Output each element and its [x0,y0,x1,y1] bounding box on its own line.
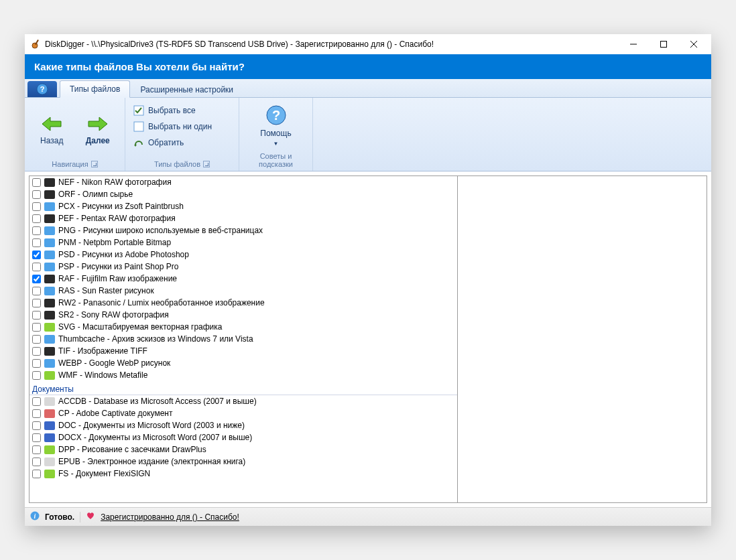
filetype-checkbox[interactable] [32,335,41,344]
filetype-checkbox[interactable] [32,190,41,199]
filetype-label: WMF - Windows Metafile [58,370,147,380]
filetype-row[interactable]: DPP - Рисование с засечками DrawPlus [29,443,457,456]
filetype-checkbox[interactable] [32,409,41,418]
filetype-checkbox[interactable] [32,287,41,295]
filetype-label: PNG - Рисунки широко используемые в веб-… [58,225,263,236]
filetype-checkbox[interactable] [32,445,41,454]
filetype-row[interactable]: Thumbcache - Архив эскизов из Windows 7 … [29,333,457,345]
app-window: DiskDigger - \\.\PhysicalDrive3 (TS-RDF5… [25,34,711,526]
filetype-checkbox[interactable] [32,371,41,380]
svg-text:?: ? [40,85,45,93]
back-label: Назад [40,136,63,145]
filetype-row[interactable]: TIF - Изображение TIFF [29,345,457,357]
select-none-icon [133,121,144,132]
filetype-row[interactable]: RAS - Sun Raster рисунок [29,285,457,297]
filetype-icon [44,409,55,418]
filetype-row[interactable]: PNG - Рисунки широко используемые в веб-… [29,224,457,236]
filetype-row[interactable]: WMF - Windows Metafile [29,369,457,381]
filetype-checkbox[interactable] [32,311,41,320]
filetype-checkbox[interactable] [32,238,41,247]
filetype-row[interactable]: WEBP - Google WebP рисунок [29,357,457,369]
filetype-row[interactable]: SVG - Масштабируемая векторная графика [29,321,457,333]
group-navigation: Назад Далее Навигация [25,98,125,171]
filetype-checkbox[interactable] [32,433,41,442]
select-none-button[interactable]: Выбрать ни один [129,119,216,134]
svg-rect-11 [134,122,143,131]
filetype-label: RW2 - Panasonic / Lumix необработанное и… [58,297,265,308]
filetype-checkbox[interactable] [32,347,41,356]
filetype-row[interactable]: RW2 - Panasonic / Lumix необработанное и… [29,297,457,309]
filetype-row[interactable]: DOCX - Документы из Microsoft Word (2007… [29,431,457,443]
svg-marker-8 [42,117,61,131]
filetype-checkbox[interactable] [32,202,41,211]
select-none-label: Выбрать ни один [148,122,212,131]
maximize-button[interactable] [648,34,678,54]
group-selection: Выбрать все Выбрать ни один Обратить Тип… [125,98,239,171]
filetype-row[interactable]: PCX - Рисунки из Zsoft Paintbrush [29,200,457,212]
filetype-row[interactable]: RAF - Fujifilm Raw изображение [29,273,457,285]
filetype-icon [44,190,55,199]
next-label: Далее [86,136,110,145]
dialog-launcher-icon[interactable] [91,161,98,167]
file-types-list[interactable]: NEF - Nikon RAW фотографияORF - Олимп сы… [29,176,458,503]
filetype-checkbox[interactable] [32,421,41,430]
filetype-row[interactable]: PNM - Netpbm Portable Bitmap [29,236,457,249]
back-button[interactable]: Назад [32,111,72,149]
registration-link[interactable]: Зарегистрированно для () - Спасибо! [101,512,239,522]
filetype-row[interactable]: FS - Документ FlexiSIGN [29,468,457,480]
filetype-label: CP - Adobe Captivate документ [58,408,173,419]
status-ready: Готово. [45,512,74,522]
filetype-checkbox[interactable] [32,397,41,406]
filetype-row[interactable]: NEF - Nikon RAW фотография [29,176,457,188]
minimize-button[interactable] [618,34,648,54]
filetype-checkbox[interactable] [32,178,41,187]
filetype-row[interactable]: SR2 - Sony RAW фотография [29,309,457,321]
group-nav-label: Навигация [52,160,88,168]
help-button[interactable]: ? Помощь ▼ [256,100,296,151]
chevron-down-icon: ▼ [273,141,279,147]
filetype-icon [44,470,55,478]
ribbon-tabstrip: ? Типы файлов Расширенные настройки [25,79,711,98]
filetype-row[interactable]: CP - Adobe Captivate документ [29,407,457,419]
group-sel-label: Типы файлов [154,160,200,168]
next-button[interactable]: Далее [78,111,118,149]
filetype-checkbox[interactable] [32,299,41,307]
close-button[interactable] [678,34,709,54]
filetype-row[interactable]: ACCDB - Database из Microsoft Access (20… [29,395,457,407]
filetype-row[interactable]: PSP - Рисунки из Paint Shop Pro [29,261,457,273]
filetype-checkbox[interactable] [32,226,41,235]
filetype-label: RAF - Fujifilm Raw изображение [58,273,177,284]
filetype-checkbox[interactable] [32,214,41,223]
filetype-row[interactable]: DOC - Документы из Microsoft Word (2003 … [29,419,457,431]
tab-file-types[interactable]: Типы файлов [60,80,130,98]
dialog-launcher-icon[interactable] [203,161,210,167]
filetype-row[interactable]: EPUB - Электронное издание (электронная … [29,456,457,468]
arrow-right-icon [87,115,109,133]
filetype-icon [44,397,55,406]
tab-advanced[interactable]: Расширенные настройки [130,81,243,98]
filetype-row[interactable]: PEF - Pentax RAW фотография [29,212,457,224]
filetype-row[interactable]: PSD - Рисунки из Adobe Photoshop [29,249,457,261]
filetype-icon [44,421,55,430]
filetype-checkbox[interactable] [32,359,41,368]
filetype-label: FS - Документ FlexiSIGN [58,468,150,479]
filetype-icon [44,458,55,466]
filetype-checkbox[interactable] [32,458,41,466]
filetype-checkbox[interactable] [32,323,41,332]
filetype-icon [44,359,55,368]
filetype-checkbox[interactable] [32,251,41,259]
svg-text:i: i [34,512,36,520]
filetype-icon [44,238,55,247]
info-icon: i [30,511,40,522]
invert-selection-button[interactable]: Обратить [129,135,188,150]
filetype-icon [44,178,55,187]
filetype-icon [44,263,55,271]
filetype-label: PNM - Netpbm Portable Bitmap [58,237,171,248]
filetype-row[interactable]: ORF - Олимп сырье [29,188,457,200]
select-all-button[interactable]: Выбрать все [129,103,200,118]
filetype-icon [44,323,55,332]
filetype-checkbox[interactable] [32,263,41,271]
filetype-checkbox[interactable] [32,275,41,283]
filetype-checkbox[interactable] [32,470,41,478]
help-orb[interactable]: ? [27,81,57,97]
